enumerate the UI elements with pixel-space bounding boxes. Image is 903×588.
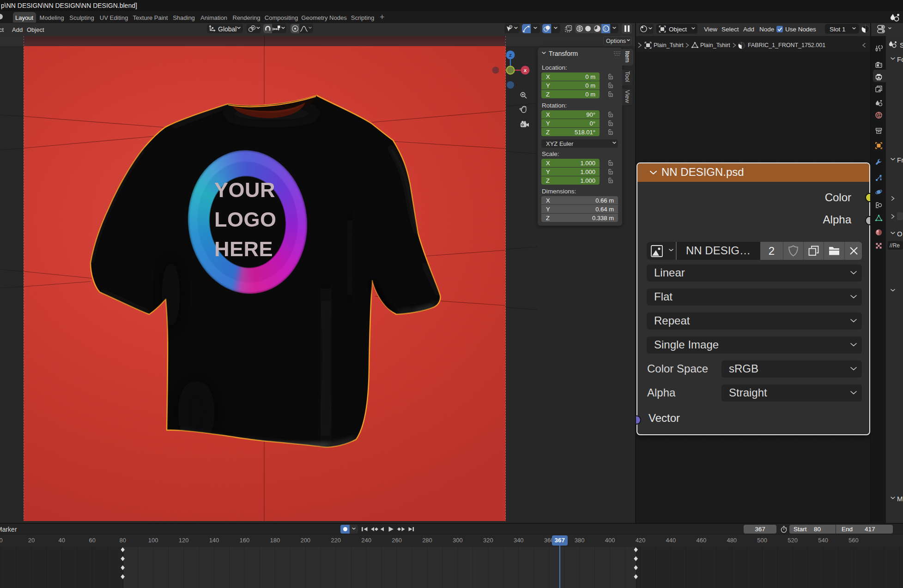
svg-text:X: X <box>524 68 527 73</box>
svg-text:Z: Z <box>509 53 512 58</box>
